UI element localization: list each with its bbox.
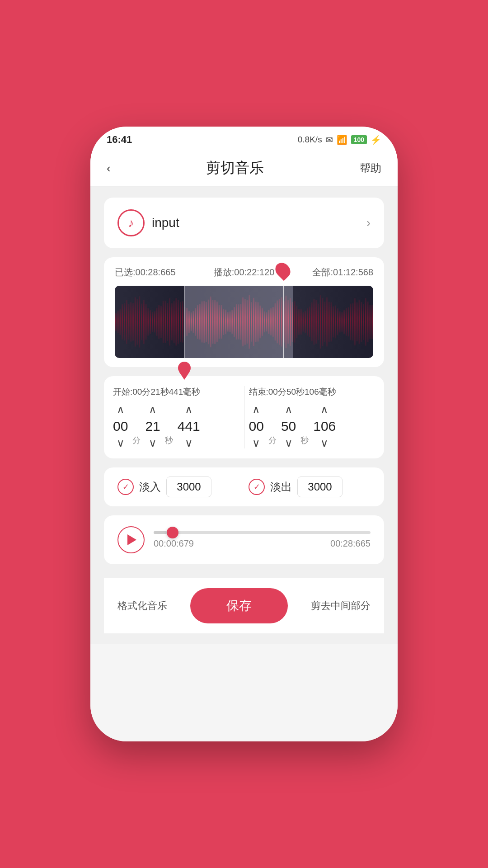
phone-frame: 16:41 0.8K/s ✉ 📶 100 ⚡ ‹ 剪切音乐 帮助 ♪ <box>90 127 398 741</box>
status-time: 16:41 <box>107 134 132 146</box>
progress-slider[interactable]: 00:00:679 00:28:665 <box>154 531 371 549</box>
top-marker[interactable] <box>276 262 290 277</box>
total-time: 全部:01:12:568 <box>312 266 373 278</box>
end-time-section: 结束:00分50秒106毫秒 ∧ 00 ∨ 分 ∧ 50 ∨ <box>249 386 375 448</box>
bottom-marker[interactable] <box>178 362 191 382</box>
time-adjust-card: 开始:00分21秒441毫秒 ∧ 00 ∨ 分 ∧ 21 ∨ <box>104 376 384 458</box>
music-icon-wrap: ♪ <box>117 209 145 236</box>
end-ms-up[interactable]: ∧ <box>320 404 328 415</box>
message-icon: ✉ <box>326 135 333 145</box>
bottom-marker-drop <box>178 362 191 380</box>
phone-inner: 16:41 0.8K/s ✉ 📶 100 ⚡ ‹ 剪切音乐 帮助 ♪ <box>90 127 398 741</box>
waveform-canvas <box>115 286 373 358</box>
selected-time: 已选:00:28:665 <box>115 266 176 278</box>
player-row: 00:00:679 00:28:665 <box>117 526 371 553</box>
end-ms-val: 106 <box>313 419 336 434</box>
battery-indicator: 100 <box>351 135 367 144</box>
start-ms-up[interactable]: ∧ <box>185 404 193 415</box>
start-min-val: 00 <box>113 419 128 434</box>
start-sec-val: 21 <box>145 419 160 434</box>
total-duration: 00:28:665 <box>330 538 371 549</box>
chevron-right-icon: › <box>366 216 371 230</box>
end-time-label: 结束:00分50秒106毫秒 <box>249 386 375 398</box>
fade-out-section: ✓ 淡出 <box>249 476 371 497</box>
start-min-unit: 分 <box>132 435 141 446</box>
waveform-card: 已选:00:28:665 播放:00:22:120 全部:01:12:568 <box>104 257 384 367</box>
end-min-unit: 分 <box>268 435 277 446</box>
fade-in-check[interactable]: ✓ <box>117 479 134 495</box>
start-time-label: 开始:00分21秒441毫秒 <box>113 386 239 398</box>
waveform-wrap[interactable] <box>115 286 373 358</box>
help-button[interactable]: 帮助 <box>360 161 381 175</box>
waveform-display <box>115 286 373 358</box>
start-sec-col: ∧ 21 ∨ <box>145 404 160 448</box>
wifi-icon: 📶 <box>337 135 347 145</box>
start-ms-down[interactable]: ∨ <box>185 438 193 448</box>
svg-marker-1 <box>179 372 190 380</box>
start-sec-unit: 秒 <box>165 435 173 446</box>
start-ms-val: 441 <box>178 419 200 434</box>
start-sec-up[interactable]: ∧ <box>149 404 157 415</box>
end-time-controls: ∧ 00 ∨ 分 ∧ 50 ∨ 秒 <box>249 404 375 448</box>
end-sec-val: 50 <box>281 419 296 434</box>
start-time-section: 开始:00分21秒441毫秒 ∧ 00 ∨ 分 ∧ 21 ∨ <box>113 386 239 448</box>
music-note-icon: ♪ <box>128 216 134 230</box>
current-time: 00:00:679 <box>154 538 194 549</box>
fade-out-input[interactable] <box>297 476 343 497</box>
format-music-button[interactable]: 格式化音乐 <box>117 599 167 613</box>
end-min-down[interactable]: ∨ <box>252 438 260 448</box>
end-min-col: ∧ 00 ∨ <box>249 404 264 448</box>
end-ms-down[interactable]: ∨ <box>320 438 328 448</box>
start-min-col: ∧ 00 ∨ <box>113 404 128 448</box>
fade-out-label: 淡出 <box>270 480 292 494</box>
end-sec-col: ∧ 50 ∨ <box>281 404 296 448</box>
file-name: input <box>152 216 359 230</box>
end-min-up[interactable]: ∧ <box>252 404 260 415</box>
fade-out-check[interactable]: ✓ <box>249 479 265 495</box>
content-area: ♪ input › 已选:00:28:665 播放:00:22:120 全部:0… <box>90 187 398 644</box>
time-divider <box>244 386 244 448</box>
save-button[interactable]: 保存 <box>190 588 288 623</box>
file-card: ♪ input › <box>104 198 384 248</box>
fade-in-section: ✓ 淡入 <box>117 476 239 497</box>
time-info: 已选:00:28:665 播放:00:22:120 全部:01:12:568 <box>115 266 373 278</box>
end-ms-col: ∧ 106 ∨ <box>313 404 336 448</box>
slider-track <box>154 531 371 534</box>
slider-thumb[interactable] <box>167 527 178 538</box>
play-button[interactable] <box>117 526 145 553</box>
start-time-controls: ∧ 00 ∨ 分 ∧ 21 ∨ 秒 <box>113 404 239 448</box>
fade-in-input[interactable] <box>166 476 211 497</box>
time-sections: 开始:00分21秒441毫秒 ∧ 00 ∨ 分 ∧ 21 ∨ <box>113 386 375 448</box>
end-min-val: 00 <box>249 419 264 434</box>
cut-middle-button[interactable]: 剪去中间部分 <box>311 599 371 613</box>
status-right: 0.8K/s ✉ 📶 100 ⚡ <box>298 135 381 145</box>
bottom-bar: 格式化音乐 保存 剪去中间部分 <box>104 578 384 633</box>
play-icon <box>127 534 136 545</box>
player-card: 00:00:679 00:28:665 <box>104 515 384 564</box>
slider-fill <box>154 531 167 534</box>
end-sec-up[interactable]: ∧ <box>285 404 293 415</box>
start-ms-col: ∧ 441 ∨ <box>178 404 200 448</box>
top-nav: ‹ 剪切音乐 帮助 <box>90 150 398 187</box>
slider-times: 00:00:679 00:28:665 <box>154 538 371 549</box>
page-title: 剪切音乐 <box>206 158 264 178</box>
start-min-down[interactable]: ∨ <box>117 438 125 448</box>
end-sec-down[interactable]: ∨ <box>285 438 293 448</box>
playing-time: 播放:00:22:120 <box>214 266 275 278</box>
network-speed: 0.8K/s <box>298 135 322 145</box>
start-sec-down[interactable]: ∨ <box>149 438 157 448</box>
fade-card: ✓ 淡入 ✓ 淡出 <box>104 467 384 506</box>
fade-in-label: 淡入 <box>139 480 161 494</box>
status-bar: 16:41 0.8K/s ✉ 📶 100 ⚡ <box>90 127 398 150</box>
start-min-up[interactable]: ∧ <box>117 404 125 415</box>
charging-icon: ⚡ <box>371 135 381 145</box>
back-button[interactable]: ‹ <box>107 161 111 175</box>
file-row[interactable]: ♪ input › <box>117 209 371 236</box>
end-sec-unit: 秒 <box>300 435 309 446</box>
